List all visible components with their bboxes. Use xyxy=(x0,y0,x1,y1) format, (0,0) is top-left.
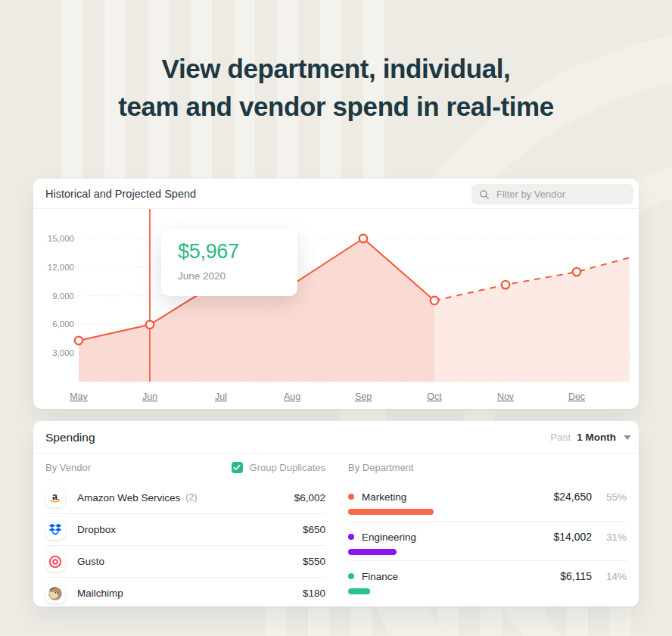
x-axis-label-May[interactable]: May xyxy=(70,391,88,402)
checkmark-icon xyxy=(233,464,241,471)
y-axis-tick: 12,000 xyxy=(48,263,74,272)
spending-header: Spending Past 1 Month xyxy=(33,421,639,453)
chart-point-May[interactable] xyxy=(75,337,82,344)
department-name: Marketing xyxy=(362,491,406,503)
vendor-filter-search[interactable] xyxy=(471,184,633,204)
x-axis-label-Jul[interactable]: Jul xyxy=(215,391,227,402)
department-bar xyxy=(348,509,434,515)
vendor-name: Gusto xyxy=(77,556,104,567)
spending-card: Spending Past 1 Month By Vendor Group Du… xyxy=(33,421,639,606)
department-dot xyxy=(348,534,354,540)
vendor-row[interactable]: Dropbox $650 xyxy=(45,513,325,545)
headline-line-1: View department, individual, xyxy=(0,50,672,88)
x-axis-label-Sep[interactable]: Sep xyxy=(355,391,372,402)
vendor-list: a Amazon Web Services (2) $6,002 Dropbox… xyxy=(45,482,325,609)
department-amount: $14,002 xyxy=(553,531,592,543)
chevron-down-icon xyxy=(624,435,631,440)
department-row: Engineering $14,002 31% xyxy=(348,521,627,560)
gusto-icon xyxy=(45,552,65,572)
search-icon xyxy=(479,189,490,200)
by-department-label: By Department xyxy=(348,462,414,473)
chart-point-Oct[interactable] xyxy=(431,297,438,304)
y-axis-tick: 3,000 xyxy=(52,348,74,357)
department-name: Engineering xyxy=(362,532,416,543)
svg-text:a: a xyxy=(52,491,58,502)
x-axis-label-Nov[interactable]: Nov xyxy=(497,391,515,402)
vendor-amount: $6,002 xyxy=(294,492,325,504)
chart-point-Sep[interactable] xyxy=(359,235,367,242)
department-row: Marketing $24,650 55% xyxy=(348,482,627,521)
department-amount: $6,115 xyxy=(560,570,592,582)
tooltip-value: $5,967 xyxy=(178,240,297,263)
vendor-name: Mailchimp xyxy=(77,588,123,599)
page-title: View department, individual, team and ve… xyxy=(0,50,672,126)
vendor-duplicate-count: (2) xyxy=(185,492,197,503)
group-duplicates-toggle[interactable]: Group Duplicates xyxy=(232,462,325,473)
vendor-amount: $550 xyxy=(303,556,325,567)
by-vendor-label: By Vendor xyxy=(45,462,91,473)
amazon-icon: a xyxy=(45,488,65,507)
department-amount: $24,650 xyxy=(553,491,592,503)
group-duplicates-label: Group Duplicates xyxy=(250,462,325,473)
vendor-name: Dropbox xyxy=(77,524,116,535)
period-prefix: Past xyxy=(550,432,571,443)
mailchimp-icon xyxy=(45,584,65,603)
chart-point-Nov[interactable] xyxy=(502,281,509,288)
vendor-row[interactable]: a Amazon Web Services (2) $6,002 xyxy=(45,482,325,513)
x-axis-label-Oct[interactable]: Oct xyxy=(427,391,442,402)
spending-title: Spending xyxy=(45,431,95,444)
historical-spend-card: Historical and Projected Spend 15,00012,… xyxy=(33,179,639,409)
chart-point-Jun[interactable] xyxy=(146,321,154,329)
vendor-amount: $650 xyxy=(303,524,325,535)
vendor-row[interactable]: Gusto $550 xyxy=(45,545,325,577)
department-bar xyxy=(348,549,397,555)
spend-chart: 15,00012,0009,0006,0003,000MayJunJulAugS… xyxy=(33,179,639,409)
department-name: Finance xyxy=(362,571,398,582)
x-axis-label-Aug[interactable]: Aug xyxy=(284,391,300,402)
x-axis-label-Dec[interactable]: Dec xyxy=(568,391,585,402)
department-list: Marketing $24,650 55% Engineering $14,00… xyxy=(348,482,627,600)
period-dropdown[interactable]: Past 1 Month xyxy=(550,432,631,443)
x-axis-label-Jun[interactable]: Jun xyxy=(142,391,157,402)
by-department-column: By Department Marketing $24,650 55% Engi… xyxy=(348,453,627,600)
chart-point-Dec[interactable] xyxy=(573,268,580,276)
vendor-name: Amazon Web Services xyxy=(77,492,180,504)
department-percent: 14% xyxy=(592,571,627,582)
y-axis-tick: 15,000 xyxy=(48,234,74,243)
area-projected xyxy=(434,257,630,382)
tooltip-label: June 2020 xyxy=(178,270,297,282)
vendor-row[interactable]: Mailchimp $180 xyxy=(45,577,325,609)
chart-tooltip: $5,967 June 2020 xyxy=(161,229,297,296)
period-value: 1 Month xyxy=(577,432,616,443)
dropbox-icon xyxy=(45,520,65,540)
vendor-amount: $180 xyxy=(303,588,325,599)
group-duplicates-checkbox[interactable] xyxy=(232,462,243,473)
department-bar xyxy=(348,588,370,594)
y-axis-tick: 6,000 xyxy=(52,320,74,329)
department-percent: 55% xyxy=(592,491,627,503)
headline-line-2: team and vendor spend in real-time xyxy=(0,88,672,126)
by-vendor-column: By Vendor Group Duplicates a Amazon Web … xyxy=(45,453,325,609)
department-percent: 31% xyxy=(592,532,627,543)
search-input[interactable] xyxy=(495,188,626,201)
page: View department, individual, team and ve… xyxy=(0,0,672,636)
y-axis-tick: 9,000 xyxy=(52,292,74,301)
department-dot xyxy=(348,573,354,579)
department-dot xyxy=(348,494,354,500)
department-row: Finance $6,115 14% xyxy=(348,560,627,600)
